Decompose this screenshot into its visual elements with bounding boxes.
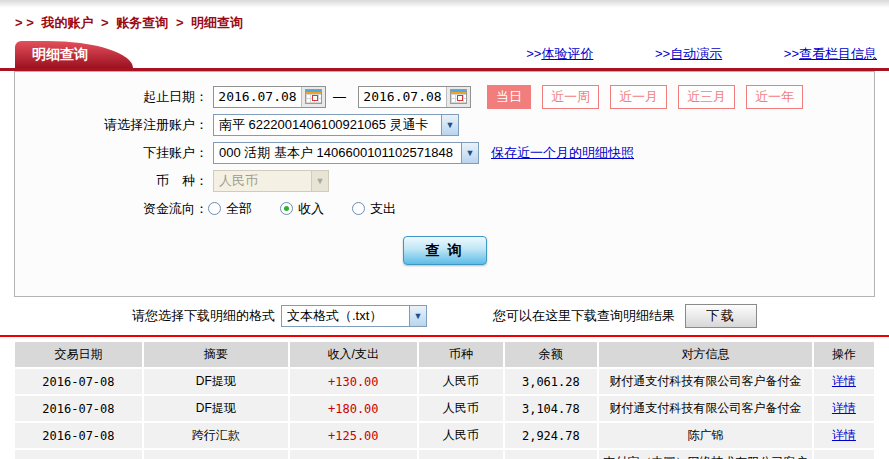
link-label: 查看栏目信息: [799, 46, 877, 61]
fund-flow-row: 资金流向： 全部 收入 支出: [15, 197, 874, 220]
radio-icon-expense[interactable]: [352, 202, 365, 215]
col-header-action: 操作: [814, 342, 874, 367]
download-format-value: 文本格式（.txt）: [282, 307, 405, 325]
date-from-calendar-button[interactable]: [301, 87, 325, 107]
date-from-group: 2016.07.08: [213, 86, 326, 108]
col-header-currency: 币种: [419, 342, 505, 367]
radio-label: 全部: [226, 201, 252, 216]
date-to-calendar-button[interactable]: [446, 87, 470, 107]
registered-account-value: 南平 6222001406100921065 灵通卡: [214, 116, 437, 134]
radio-label: 支出: [370, 201, 396, 216]
quick-button-today[interactable]: 当日: [487, 85, 531, 109]
col-header-date: 交易日期: [15, 342, 144, 367]
col-header-summary: 摘要: [144, 342, 290, 367]
link-prefix: >>: [784, 46, 799, 61]
sub-account-value: 000 活期 基本户 1406600101102571848: [214, 144, 457, 162]
panel-tab-bar: 明细查询 >>体验评价 >>自动演示 >>查看栏目信息: [0, 40, 889, 68]
col-header-amount: 收入/支出: [290, 342, 419, 367]
radio-option-expense[interactable]: 支出: [352, 200, 396, 218]
chevron-down-icon: ▼: [311, 171, 328, 191]
cell-currency: 人民币: [419, 421, 505, 448]
cell-amount: +125.00: [290, 421, 419, 448]
date-range-label: 起止日期：: [15, 88, 208, 106]
sub-account-label: 下挂账户：: [15, 144, 208, 162]
link-label: 体验评价: [541, 46, 593, 61]
date-separator: —: [333, 89, 346, 104]
cell-counterparty: 陈广锦: [599, 421, 814, 448]
cell-currency: 人民币: [419, 448, 505, 459]
sub-account-row: 下挂账户： 000 活期 基本户 1406600101102571848 ▼ 保…: [15, 141, 874, 164]
registered-account-row: 请选择注册账户： 南平 6222001406100921065 灵通卡 ▼: [15, 113, 874, 136]
save-snapshot-link[interactable]: 保存近一个月的明细快照: [491, 144, 634, 162]
cell-amount: +180.00: [290, 394, 419, 421]
col-header-counterparty: 对方信息: [599, 342, 814, 367]
fund-flow-label: 资金流向：: [15, 200, 208, 218]
radio-icon-income-checked[interactable]: [280, 202, 293, 215]
cell-balance: 3,104.78: [505, 394, 599, 421]
table-row: 2016-07-08 跨行汇款 +125.00 人民币 2,924.78 陈广锦…: [15, 421, 874, 448]
download-format-select[interactable]: 文本格式（.txt） ▼: [281, 305, 427, 327]
cell-date: 2016-07-08: [15, 394, 144, 421]
breadcrumb-item-detail-query[interactable]: 明细查询: [191, 15, 243, 30]
query-button-row: 查 询: [15, 236, 874, 265]
currency-label: 币 种：: [15, 172, 208, 190]
cell-counterparty: 财付通支付科技有限公司客户备付金: [599, 367, 814, 394]
quick-button-last-year[interactable]: 近一年: [746, 85, 803, 109]
radio-option-income[interactable]: 收入: [280, 200, 324, 218]
cell-balance: 2,924.78: [505, 421, 599, 448]
quick-button-last-quarter[interactable]: 近三月: [678, 85, 735, 109]
cell-date: 2016-07-08: [15, 421, 144, 448]
download-button[interactable]: 下载: [685, 304, 757, 328]
link-view-column-info[interactable]: >>查看栏目信息: [784, 46, 877, 61]
detail-link[interactable]: 详情: [832, 401, 856, 415]
chevron-down-icon: ▼: [409, 306, 426, 326]
date-from-input[interactable]: 2016.07.08: [214, 89, 301, 104]
transaction-table: 交易日期 摘要 收入/支出 币种 余额 对方信息 操作 2016-07-08 D…: [15, 342, 874, 459]
download-row: 请您选择下载明细的格式 文本格式（.txt） ▼ 您可以在这里下载查询明细结果 …: [0, 297, 889, 335]
breadcrumb-separator: >: [176, 15, 184, 30]
radio-option-all[interactable]: 全部: [208, 200, 252, 218]
cell-summary: 陈广锦支付宝: [144, 448, 290, 459]
registered-account-select[interactable]: 南平 6222001406100921065 灵通卡 ▼: [213, 114, 459, 136]
cell-date: 2016-07-08: [15, 448, 144, 459]
breadcrumb-item-my-account[interactable]: 我的账户: [41, 15, 93, 30]
cell-counterparty: 支付宝（中国）网络技术有限公司客户备付金: [599, 448, 814, 459]
top-links: >>体验评价 >>自动演示 >>查看栏目信息: [468, 45, 877, 63]
table-row: 2016-07-08 陈广锦支付宝 +1,235.00 人民币 2,799.78…: [15, 448, 874, 459]
download-format-label: 请您选择下载明细的格式: [132, 307, 275, 325]
query-form-panel: 起止日期： 2016.07.08 — 2016.07.08 当日 近一周 近一月…: [14, 71, 875, 297]
table-top-divider: [0, 335, 889, 337]
breadcrumb-prefix: > >: [15, 15, 34, 30]
detail-link[interactable]: 详情: [832, 374, 856, 388]
cell-currency: 人民币: [419, 394, 505, 421]
chevron-down-icon: ▼: [441, 115, 458, 135]
date-range-row: 起止日期： 2016.07.08 — 2016.07.08 当日 近一周 近一月…: [15, 85, 874, 108]
registered-account-label: 请选择注册账户：: [15, 116, 208, 134]
cell-date: 2016-07-08: [15, 367, 144, 394]
detail-link[interactable]: 详情: [832, 428, 856, 442]
top-fade-strip: [0, 0, 889, 8]
quick-button-last-month[interactable]: 近一月: [610, 85, 667, 109]
currency-select-disabled: 人民币 ▼: [213, 170, 329, 192]
table-row: 2016-07-08 DF提现 +130.00 人民币 3,061.28 财付通…: [15, 367, 874, 394]
quick-button-last-week[interactable]: 近一周: [542, 85, 599, 109]
query-button[interactable]: 查 询: [403, 236, 487, 265]
breadcrumb-item-account-query[interactable]: 账务查询: [116, 15, 168, 30]
chevron-down-icon: ▼: [461, 143, 478, 163]
calendar-icon: [305, 89, 322, 104]
sub-account-select[interactable]: 000 活期 基本户 1406600101102571848 ▼: [213, 142, 479, 164]
breadcrumb: > > 我的账户 > 账务查询 > 明细查询: [0, 8, 889, 34]
breadcrumb-separator: >: [101, 15, 109, 30]
cell-summary: DF提现: [144, 367, 290, 394]
link-auto-demo[interactable]: >>自动演示: [655, 46, 722, 61]
link-prefix: >>: [526, 46, 541, 61]
link-label: 自动演示: [670, 46, 722, 61]
currency-value: 人民币: [214, 172, 307, 190]
cell-balance: 2,799.78: [505, 448, 599, 459]
tab-detail-query[interactable]: 明细查询: [15, 41, 133, 68]
cell-currency: 人民币: [419, 367, 505, 394]
date-to-input[interactable]: 2016.07.08: [359, 89, 446, 104]
link-experience-rating[interactable]: >>体验评价: [526, 46, 593, 61]
radio-label: 收入: [298, 201, 324, 216]
radio-icon-all[interactable]: [208, 202, 221, 215]
